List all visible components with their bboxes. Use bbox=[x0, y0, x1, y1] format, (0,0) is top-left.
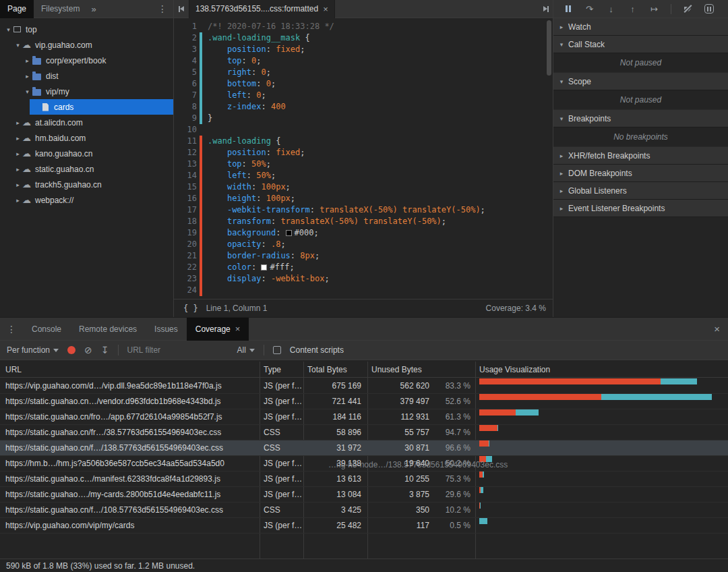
color-swatch[interactable] bbox=[261, 264, 267, 270]
section-watch[interactable]: ▸Watch bbox=[553, 18, 728, 36]
column-header-type[interactable]: Type bbox=[264, 362, 281, 378]
tree-item-kano-guahao-cn[interactable]: ▸kano.guahao.cn bbox=[0, 146, 173, 161]
coverage-row[interactable]: https://static.guahao.cn/f…/138.57763d56… bbox=[0, 440, 728, 456]
close-drawer-icon[interactable] bbox=[706, 323, 728, 335]
more-tabs-icon[interactable]: » bbox=[87, 4, 100, 14]
step-over-icon[interactable] bbox=[584, 4, 595, 14]
line-number[interactable]: 6 bbox=[174, 78, 197, 90]
editor-scrollbar[interactable] bbox=[547, 20, 551, 76]
coverage-row[interactable]: https://static.guahao.cn…/vendor.d963fdc… bbox=[0, 394, 728, 409]
line-number[interactable]: 2 bbox=[174, 32, 197, 44]
expander-right-icon[interactable]: ▸ bbox=[13, 166, 22, 173]
section-event-listener-breakpoints[interactable]: ▸Event Listener Breakpoints bbox=[553, 200, 728, 217]
line-number[interactable]: 17 bbox=[174, 204, 197, 216]
expander-down-icon[interactable]: ▾ bbox=[23, 88, 32, 95]
line-number[interactable]: 14 bbox=[174, 170, 197, 181]
coverage-row[interactable]: https://vip.guahao.com/vip/my/cardsJS (p… bbox=[0, 518, 728, 534]
navigator-menu-icon[interactable] bbox=[152, 3, 173, 14]
tree-item-trackh5-guahao-cn[interactable]: ▸trackh5.guahao.cn bbox=[0, 177, 173, 192]
column-header-usage-visualization[interactable]: Usage Visualization bbox=[479, 362, 550, 378]
section-dom-breakpoints[interactable]: ▸DOM Breakpoints bbox=[553, 165, 728, 182]
deactivate-breakpoints-icon[interactable] bbox=[683, 4, 693, 14]
tree-item-cards[interactable]: cards bbox=[0, 99, 173, 115]
content-scripts-checkbox[interactable] bbox=[273, 346, 281, 354]
line-number[interactable]: 10 bbox=[174, 124, 197, 136]
line-number[interactable]: 15 bbox=[174, 181, 197, 193]
line-number[interactable]: 5 bbox=[174, 67, 197, 78]
coverage-row[interactable]: https://static.guahao.c…/manifest.62383f… bbox=[0, 471, 728, 487]
line-number[interactable]: 7 bbox=[174, 90, 197, 101]
line-number[interactable]: 3 bbox=[174, 44, 197, 55]
drawer-tab-issues[interactable]: Issues bbox=[146, 318, 187, 341]
line-number[interactable]: 22 bbox=[174, 262, 197, 273]
section-global-listeners[interactable]: ▸Global Listeners bbox=[553, 182, 728, 200]
coverage-row[interactable]: https://vip.guahao.com/d…/vip.dll.9ea5dc… bbox=[0, 378, 728, 394]
column-header-url[interactable]: URL bbox=[5, 362, 22, 378]
column-header-total-bytes[interactable]: Total Bytes bbox=[307, 362, 347, 378]
line-number[interactable]: 1 bbox=[174, 21, 197, 32]
line-number[interactable]: 21 bbox=[174, 250, 197, 262]
tree-item-top[interactable]: ▾top bbox=[0, 22, 173, 37]
tree-item-static-guahao-cn[interactable]: ▸static.guahao.cn bbox=[0, 161, 173, 177]
expander-right-icon[interactable]: ▸ bbox=[13, 181, 22, 188]
coverage-row[interactable]: https://static.guahao…./my-cards.2800b51… bbox=[0, 487, 728, 503]
tree-item-vip-guahao-com[interactable]: ▾vip.guahao.com bbox=[0, 37, 173, 53]
step-icon[interactable] bbox=[649, 4, 659, 14]
pause-on-exceptions-icon[interactable] bbox=[704, 4, 714, 13]
step-into-icon[interactable] bbox=[606, 4, 616, 14]
line-number[interactable]: 16 bbox=[174, 193, 197, 204]
coverage-row[interactable]: https://static.guahao.cn/fro…/app.677d26… bbox=[0, 409, 728, 425]
pretty-print-icon[interactable] bbox=[183, 304, 198, 313]
coverage-row[interactable]: https://static.guahao.cn/f…/108.57763d56… bbox=[0, 503, 728, 518]
expander-right-icon[interactable]: ▸ bbox=[23, 57, 32, 64]
tree-item-dist[interactable]: ▸dist bbox=[0, 68, 173, 84]
step-out-icon[interactable] bbox=[628, 4, 638, 14]
line-number[interactable]: 23 bbox=[174, 273, 197, 285]
line-number[interactable]: 12 bbox=[174, 147, 197, 159]
tab-page[interactable]: Page bbox=[0, 0, 34, 18]
drawer-tab-console[interactable]: Console bbox=[23, 318, 70, 341]
tab-filesystem[interactable]: Filesystem bbox=[34, 0, 87, 18]
coverage-mode-select[interactable]: Per function bbox=[7, 345, 59, 355]
line-number[interactable]: 24 bbox=[174, 285, 197, 296]
expander-down-icon[interactable]: ▾ bbox=[4, 26, 13, 33]
file-tab[interactable]: 138.57763d56155....css:formatted bbox=[189, 0, 335, 18]
tree-item-webpack[interactable]: ▸webpack:// bbox=[0, 192, 173, 208]
line-number[interactable]: 19 bbox=[174, 227, 197, 239]
url-filter-input[interactable] bbox=[127, 344, 229, 356]
pause-icon[interactable] bbox=[563, 4, 573, 14]
coverage-row[interactable]: https://hm.b…/hm.js?a506b36e587ccb5ec34a… bbox=[0, 456, 728, 471]
tree-item-at-alicdn-com[interactable]: ▸at.alicdn.com bbox=[0, 115, 173, 130]
tree-item-hm-baidu-com[interactable]: ▸hm.baidu.com bbox=[0, 130, 173, 146]
expander-right-icon[interactable]: ▸ bbox=[23, 73, 32, 80]
export-icon[interactable] bbox=[101, 345, 109, 355]
drawer-menu-icon[interactable] bbox=[0, 324, 23, 335]
type-filter-select[interactable]: All bbox=[237, 345, 255, 355]
record-button[interactable] bbox=[67, 346, 75, 354]
drawer-tab-coverage[interactable]: Coverage× bbox=[187, 318, 249, 341]
coverage-row[interactable]: https://static.guahao.cn/fr…/38.57763d56… bbox=[0, 425, 728, 440]
close-tab-icon[interactable] bbox=[323, 4, 328, 14]
line-number[interactable]: 9 bbox=[174, 113, 197, 124]
line-number[interactable]: 18 bbox=[174, 216, 197, 227]
section-breakpoints[interactable]: ▾Breakpoints bbox=[553, 110, 728, 127]
expander-down-icon[interactable]: ▾ bbox=[13, 42, 22, 49]
tree-item-vip-my[interactable]: ▾vip/my bbox=[0, 84, 173, 99]
expander-right-icon[interactable]: ▸ bbox=[13, 150, 22, 157]
section-xhr-fetch-breakpoints[interactable]: ▸XHR/fetch Breakpoints bbox=[553, 147, 728, 165]
line-number[interactable]: 20 bbox=[174, 239, 197, 250]
color-swatch[interactable] bbox=[286, 230, 292, 236]
expander-right-icon[interactable]: ▸ bbox=[13, 135, 22, 142]
clear-icon[interactable] bbox=[84, 345, 92, 355]
line-number[interactable]: 13 bbox=[174, 159, 197, 170]
section-call-stack[interactable]: ▾Call Stack bbox=[553, 36, 728, 53]
line-number[interactable]: 4 bbox=[174, 55, 197, 67]
column-header-unused-bytes[interactable]: Unused Bytes bbox=[371, 362, 422, 378]
section-scope[interactable]: ▾Scope bbox=[553, 73, 728, 90]
sidebar-toggle-icon[interactable] bbox=[538, 0, 553, 18]
line-number[interactable]: 8 bbox=[174, 101, 197, 113]
expander-right-icon[interactable]: ▸ bbox=[13, 119, 22, 126]
tab-overflow-left-icon[interactable] bbox=[174, 0, 189, 18]
close-tab-icon[interactable]: × bbox=[235, 324, 241, 334]
line-number[interactable]: 11 bbox=[174, 136, 197, 147]
